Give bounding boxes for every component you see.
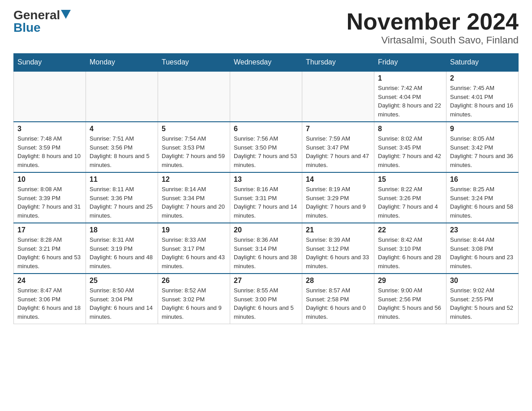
day-number: 17 [17, 226, 82, 234]
day-info: Sunrise: 8:19 AM Sunset: 3:29 PM Dayligh… [306, 185, 370, 220]
calendar-week-5: 24Sunrise: 8:47 AM Sunset: 3:06 PM Dayli… [14, 274, 519, 324]
day-number: 10 [17, 176, 82, 184]
day-number: 20 [234, 226, 298, 234]
day-number: 5 [162, 125, 226, 133]
calendar-cell: 12Sunrise: 8:14 AM Sunset: 3:34 PM Dayli… [158, 172, 230, 223]
day-number: 3 [17, 125, 82, 133]
day-number: 26 [162, 277, 226, 285]
logo: General Blue [13, 9, 71, 35]
page-title: November 2024 [347, 9, 519, 34]
day-info: Sunrise: 7:56 AM Sunset: 3:50 PM Dayligh… [234, 134, 298, 169]
day-number: 28 [306, 277, 370, 285]
day-info: Sunrise: 8:39 AM Sunset: 3:12 PM Dayligh… [306, 235, 370, 270]
day-number: 6 [234, 125, 298, 133]
day-number: 12 [162, 176, 226, 184]
calendar-cell: 15Sunrise: 8:22 AM Sunset: 3:26 PM Dayli… [374, 172, 446, 223]
day-number: 30 [450, 277, 515, 285]
day-number: 25 [90, 277, 154, 285]
calendar-cell: 7Sunrise: 7:59 AM Sunset: 3:47 PM Daylig… [302, 122, 374, 172]
calendar-cell [14, 71, 86, 122]
day-info: Sunrise: 8:36 AM Sunset: 3:14 PM Dayligh… [234, 235, 298, 270]
header-tuesday: Tuesday [158, 54, 230, 72]
calendar-week-3: 10Sunrise: 8:08 AM Sunset: 3:39 PM Dayli… [14, 172, 519, 223]
calendar-cell: 14Sunrise: 8:19 AM Sunset: 3:29 PM Dayli… [302, 172, 374, 223]
day-info: Sunrise: 8:22 AM Sunset: 3:26 PM Dayligh… [378, 185, 442, 220]
day-number: 23 [450, 226, 515, 234]
day-number: 21 [306, 226, 370, 234]
header-saturday: Saturday [446, 54, 519, 72]
calendar-cell: 17Sunrise: 8:28 AM Sunset: 3:21 PM Dayli… [14, 223, 86, 274]
calendar-week-2: 3Sunrise: 7:48 AM Sunset: 3:59 PM Daylig… [14, 122, 519, 172]
day-number: 29 [378, 277, 442, 285]
calendar-cell [230, 71, 302, 122]
day-number: 15 [378, 176, 442, 184]
day-info: Sunrise: 8:28 AM Sunset: 3:21 PM Dayligh… [17, 235, 82, 270]
calendar-cell: 4Sunrise: 7:51 AM Sunset: 3:56 PM Daylig… [86, 122, 158, 172]
calendar-cell: 19Sunrise: 8:33 AM Sunset: 3:17 PM Dayli… [158, 223, 230, 274]
day-info: Sunrise: 8:16 AM Sunset: 3:31 PM Dayligh… [234, 185, 298, 220]
title-block: November 2024 Virtasalmi, South Savo, Fi… [347, 9, 519, 46]
calendar-week-1: 1Sunrise: 7:42 AM Sunset: 4:04 PM Daylig… [14, 71, 519, 122]
day-info: Sunrise: 8:31 AM Sunset: 3:19 PM Dayligh… [90, 235, 154, 270]
calendar-cell: 2Sunrise: 7:45 AM Sunset: 4:01 PM Daylig… [446, 71, 519, 122]
day-info: Sunrise: 7:48 AM Sunset: 3:59 PM Dayligh… [17, 134, 82, 169]
day-info: Sunrise: 8:52 AM Sunset: 3:02 PM Dayligh… [162, 286, 226, 321]
day-info: Sunrise: 9:00 AM Sunset: 2:56 PM Dayligh… [378, 286, 442, 321]
calendar-cell [302, 71, 374, 122]
day-info: Sunrise: 8:47 AM Sunset: 3:06 PM Dayligh… [17, 286, 82, 321]
header-row: Sunday Monday Tuesday Wednesday Thursday… [14, 54, 519, 72]
page-header: General Blue November 2024 Virtasalmi, S… [13, 9, 519, 46]
day-number: 9 [450, 125, 515, 133]
day-number: 24 [17, 277, 82, 285]
day-info: Sunrise: 8:55 AM Sunset: 3:00 PM Dayligh… [234, 286, 298, 321]
day-info: Sunrise: 7:51 AM Sunset: 3:56 PM Dayligh… [90, 134, 154, 169]
calendar-table: Sunday Monday Tuesday Wednesday Thursday… [13, 53, 519, 324]
day-number: 19 [162, 226, 226, 234]
day-info: Sunrise: 7:54 AM Sunset: 3:53 PM Dayligh… [162, 134, 226, 169]
logo-blue: Blue [13, 21, 41, 35]
svg-marker-0 [61, 10, 71, 19]
header-friday: Friday [374, 54, 446, 72]
day-info: Sunrise: 7:59 AM Sunset: 3:47 PM Dayligh… [306, 134, 370, 169]
day-number: 2 [450, 74, 515, 82]
calendar-cell: 11Sunrise: 8:11 AM Sunset: 3:36 PM Dayli… [86, 172, 158, 223]
header-sunday: Sunday [14, 54, 86, 72]
calendar-cell: 25Sunrise: 8:50 AM Sunset: 3:04 PM Dayli… [86, 274, 158, 324]
day-info: Sunrise: 8:57 AM Sunset: 2:58 PM Dayligh… [306, 286, 370, 321]
calendar-cell: 28Sunrise: 8:57 AM Sunset: 2:58 PM Dayli… [302, 274, 374, 324]
day-info: Sunrise: 8:50 AM Sunset: 3:04 PM Dayligh… [90, 286, 154, 321]
day-number: 14 [306, 176, 370, 184]
calendar-cell: 21Sunrise: 8:39 AM Sunset: 3:12 PM Dayli… [302, 223, 374, 274]
calendar-header: Sunday Monday Tuesday Wednesday Thursday… [14, 54, 519, 72]
calendar-cell: 10Sunrise: 8:08 AM Sunset: 3:39 PM Dayli… [14, 172, 86, 223]
day-info: Sunrise: 8:14 AM Sunset: 3:34 PM Dayligh… [162, 185, 226, 220]
calendar-cell: 9Sunrise: 8:05 AM Sunset: 3:42 PM Daylig… [446, 122, 519, 172]
calendar-cell: 24Sunrise: 8:47 AM Sunset: 3:06 PM Dayli… [14, 274, 86, 324]
calendar-cell: 13Sunrise: 8:16 AM Sunset: 3:31 PM Dayli… [230, 172, 302, 223]
day-info: Sunrise: 8:02 AM Sunset: 3:45 PM Dayligh… [378, 134, 442, 169]
calendar-cell: 20Sunrise: 8:36 AM Sunset: 3:14 PM Dayli… [230, 223, 302, 274]
day-info: Sunrise: 8:05 AM Sunset: 3:42 PM Dayligh… [450, 134, 515, 169]
calendar-body: 1Sunrise: 7:42 AM Sunset: 4:04 PM Daylig… [14, 71, 519, 324]
header-thursday: Thursday [302, 54, 374, 72]
day-number: 13 [234, 176, 298, 184]
calendar-cell: 26Sunrise: 8:52 AM Sunset: 3:02 PM Dayli… [158, 274, 230, 324]
day-info: Sunrise: 8:11 AM Sunset: 3:36 PM Dayligh… [90, 185, 154, 220]
calendar-week-4: 17Sunrise: 8:28 AM Sunset: 3:21 PM Dayli… [14, 223, 519, 274]
calendar-cell [86, 71, 158, 122]
header-wednesday: Wednesday [230, 54, 302, 72]
calendar-cell: 3Sunrise: 7:48 AM Sunset: 3:59 PM Daylig… [14, 122, 86, 172]
calendar-cell [158, 71, 230, 122]
day-number: 1 [378, 74, 442, 82]
calendar-cell: 22Sunrise: 8:42 AM Sunset: 3:10 PM Dayli… [374, 223, 446, 274]
calendar-cell: 5Sunrise: 7:54 AM Sunset: 3:53 PM Daylig… [158, 122, 230, 172]
day-info: Sunrise: 8:25 AM Sunset: 3:24 PM Dayligh… [450, 185, 515, 220]
day-number: 16 [450, 176, 515, 184]
calendar-cell: 23Sunrise: 8:44 AM Sunset: 3:08 PM Dayli… [446, 223, 519, 274]
day-info: Sunrise: 8:33 AM Sunset: 3:17 PM Dayligh… [162, 235, 226, 270]
day-number: 8 [378, 125, 442, 133]
header-monday: Monday [86, 54, 158, 72]
logo-icon [61, 10, 71, 19]
page-subtitle: Virtasalmi, South Savo, Finland [347, 34, 519, 46]
day-number: 27 [234, 277, 298, 285]
